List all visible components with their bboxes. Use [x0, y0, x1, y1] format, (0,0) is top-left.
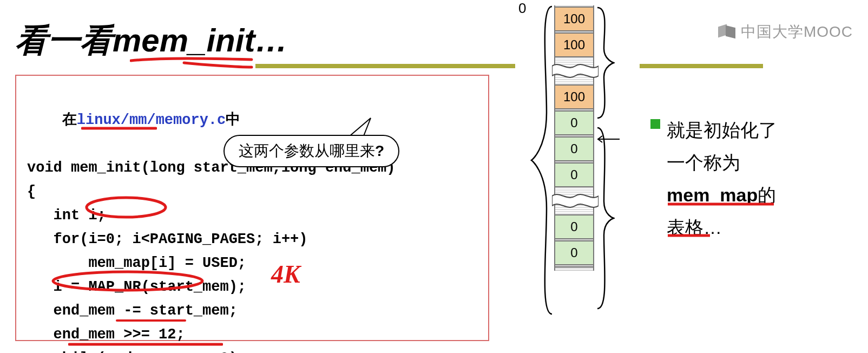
mem-cell: 0	[555, 214, 593, 239]
table-end-cap	[555, 266, 593, 271]
summary-l2: 一个称为	[667, 146, 834, 179]
index-zero: 0	[518, 0, 526, 17]
mem-map-table: 10010010000000	[554, 5, 594, 271]
code-l2: {	[27, 180, 477, 204]
mem-cell: 0	[555, 240, 593, 265]
red-hand-4k: 4K	[271, 260, 300, 289]
gap-wave	[555, 188, 593, 213]
brace-outer	[529, 4, 554, 316]
slide-title: 看一看mem_init…	[15, 19, 287, 63]
title-rule-right	[640, 64, 763, 68]
code-box: 在linux/mm/memory.c中 void mem_init(long s…	[15, 75, 489, 341]
mem-cell: 0	[555, 136, 593, 161]
red-underline-memmap-label	[667, 199, 775, 205]
title-zh: 看一看	[15, 23, 113, 58]
bubble-q: ?	[375, 142, 384, 160]
code-l8: end_mem >>= 12;	[27, 323, 477, 347]
summary-l1: 就是初始化了	[667, 114, 834, 146]
mem-cell: 100	[555, 32, 593, 57]
bullet-square-icon	[650, 119, 660, 129]
code-l9: while(end_mem -- > 0)	[27, 347, 477, 353]
brace-lower	[595, 126, 615, 311]
code-l6: i = MAP_NR(start_mem);	[27, 275, 477, 299]
mem-map-diagram: 0 10010010000000	[513, 0, 648, 322]
summary-l4: 表格…	[667, 211, 834, 244]
red-underline-biaoge	[667, 231, 711, 236]
param-question-bubble: 这两个参数从哪里来?	[223, 135, 399, 167]
code-l7: end_mem -= start_mem;	[27, 299, 477, 323]
mem-cell: 0	[555, 162, 593, 187]
arrow-icon	[596, 135, 621, 143]
mooc-watermark: 中国大学MOOC	[718, 22, 853, 42]
title-fn: mem_init…	[113, 22, 287, 58]
code-l4: for(i=0; i<PAGING_PAGES; i++)	[27, 227, 477, 251]
code-l5: mem_map[i] = USED;	[27, 251, 477, 275]
gap-wave	[555, 58, 593, 83]
mem-cell: 100	[555, 84, 593, 109]
book-icon	[718, 25, 737, 38]
code-l3: int i;	[27, 204, 477, 227]
mooc-text: 中国大学MOOC	[741, 22, 853, 42]
mem-cell: 0	[555, 110, 593, 135]
bubble-text: 这两个参数从哪里来	[239, 141, 375, 161]
mem-cell: 100	[555, 6, 593, 31]
summary-bullet: 就是初始化了 一个称为 mem_map的 表格…	[667, 114, 834, 244]
title-rule-left	[255, 64, 515, 68]
